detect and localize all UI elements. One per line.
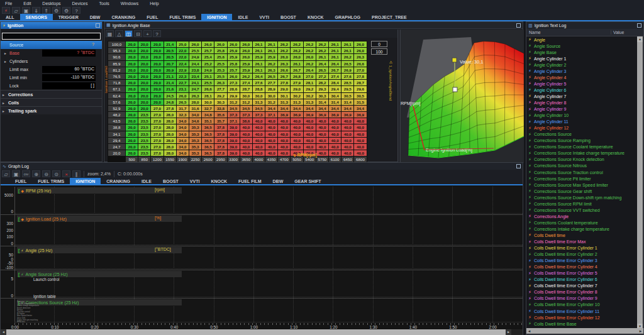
ignition-search-input[interactable] bbox=[2, 33, 101, 40]
table-cell[interactable]: 34,0 bbox=[177, 144, 189, 150]
table-cell[interactable]: 30,0 bbox=[240, 93, 252, 99]
table-cell[interactable]: 40,0 bbox=[304, 124, 316, 130]
table-cell[interactable]: 34,0 bbox=[177, 138, 189, 143]
table-cell[interactable]: 26,0 bbox=[228, 74, 240, 79]
table-cell[interactable]: 20,0 bbox=[126, 138, 138, 143]
table-cell[interactable]: 27,9 bbox=[291, 80, 303, 85]
clear-icon[interactable]: × bbox=[62, 170, 70, 177]
table-cell[interactable]: 40,0 bbox=[341, 118, 353, 124]
table-cell[interactable]: 23,8 bbox=[189, 67, 201, 73]
table-cell[interactable]: 26,3 bbox=[265, 67, 277, 73]
table-cell[interactable]: 24,9 bbox=[189, 54, 201, 60]
table-cell[interactable]: 26,1 bbox=[265, 41, 277, 47]
table-cell[interactable]: 34,4 bbox=[291, 106, 303, 111]
text-log-row[interactable]: ⚡Angle Cylinder 6 bbox=[526, 87, 638, 93]
table-cell[interactable]: 30,3 bbox=[214, 99, 226, 105]
table-cell[interactable]: 38,6 bbox=[240, 118, 252, 124]
table-cell[interactable]: 27,8 bbox=[354, 74, 366, 79]
text-log-row[interactable]: ⚡Angle Base bbox=[526, 49, 638, 55]
graph-log-plot-area[interactable]: [◆RPM (25 Hz)[rpm]50000[◆Ignition Load (… bbox=[1, 187, 523, 323]
table-cell[interactable]: 40,0 bbox=[354, 138, 366, 143]
table-cell[interactable]: 37,8 bbox=[214, 138, 226, 143]
table-cell[interactable]: 30,4 bbox=[329, 93, 341, 99]
table-cell[interactable]: 26,9 bbox=[341, 67, 353, 73]
table-cell[interactable]: 37,3 bbox=[240, 112, 252, 118]
table-cell[interactable]: 26,2 bbox=[341, 54, 353, 60]
graph-tab-vvti[interactable]: VVTI bbox=[184, 178, 206, 184]
table-cell[interactable]: 20,0 bbox=[126, 112, 138, 118]
table-cell[interactable]: 32,7 bbox=[202, 106, 214, 111]
tab-sensors[interactable]: SENSORS bbox=[20, 14, 53, 20]
3d-marker-surface[interactable] bbox=[453, 87, 457, 92]
setting-value[interactable]: -110 °BTDC bbox=[42, 74, 96, 81]
table-cell[interactable]: 25,4 bbox=[202, 54, 214, 60]
table-cell[interactable]: 26,1 bbox=[341, 48, 353, 53]
table-cell[interactable]: 40,0 bbox=[265, 118, 277, 124]
table-cell[interactable]: 40,0 bbox=[341, 138, 353, 143]
setting-row-limit-min[interactable]: Limit min-110 °BTDC bbox=[1, 74, 102, 82]
connect-icon[interactable]: ⚡ bbox=[2, 7, 10, 14]
table-cell[interactable]: 37,8 bbox=[214, 150, 226, 156]
table-cell[interactable]: 34,5 bbox=[253, 106, 265, 111]
text-log-vscrollbar[interactable]: ▴ ▾ bbox=[637, 36, 643, 329]
help-icon[interactable]: ? bbox=[153, 30, 161, 37]
expand-icon[interactable] bbox=[96, 23, 100, 28]
table-cell[interactable]: 26,2 bbox=[316, 48, 328, 53]
table-cell[interactable]: 35,3 bbox=[189, 150, 201, 156]
table-cell[interactable]: 21,4 bbox=[164, 41, 176, 47]
table-cell[interactable]: 40,0 bbox=[316, 131, 328, 137]
table-cell[interactable]: 40,0 bbox=[304, 138, 316, 143]
table-cell[interactable]: 21,4 bbox=[164, 80, 176, 85]
tab-project-tree[interactable]: PROJECT_TREE bbox=[366, 14, 413, 20]
table-cell[interactable]: 26,1 bbox=[329, 41, 341, 47]
table-cell[interactable]: 20,0 bbox=[151, 67, 163, 73]
table-cell[interactable]: 34,4 bbox=[265, 106, 277, 111]
text-log-row[interactable]: ⚡Corrections Source RPM limit bbox=[526, 200, 638, 207]
zoom-in-icon[interactable]: ⊕ bbox=[32, 170, 40, 177]
table-cell[interactable]: 40,0 bbox=[304, 144, 316, 150]
text-log-row[interactable]: ⚡Angle bbox=[526, 36, 638, 43]
table-cell[interactable]: 25,9 bbox=[265, 54, 277, 60]
text-log-row[interactable]: ⚡Coils Dwell time Error Cylinder 10 bbox=[526, 302, 638, 308]
text-log-row[interactable]: ⚡Coils Dwell time Error Cylinder 12 bbox=[526, 314, 638, 321]
table-cell[interactable]: 24,1 bbox=[189, 80, 201, 85]
table-cell[interactable]: 22,3 bbox=[177, 74, 189, 79]
table-cell[interactable]: 40,0 bbox=[265, 131, 277, 137]
text-log-row[interactable]: ⚡Coils Dwell time Error Max bbox=[526, 239, 638, 245]
table-cell[interactable]: 27,4 bbox=[240, 80, 252, 85]
send-to-device-icon[interactable]: ⇓ bbox=[32, 7, 40, 14]
tab-idle[interactable]: IDLE bbox=[232, 14, 253, 20]
table-cell[interactable]: 27,0 bbox=[151, 138, 163, 143]
graph-tab-ignition[interactable]: IGNITION bbox=[70, 178, 101, 184]
table-cell[interactable]: 40,0 bbox=[265, 138, 277, 143]
table-cell[interactable]: 25,9 bbox=[240, 61, 252, 67]
table-cell[interactable]: 26,0 bbox=[291, 54, 303, 60]
table-cell[interactable]: 20,0 bbox=[138, 80, 150, 85]
table-cell[interactable]: 26,6 bbox=[202, 86, 214, 92]
table-cell[interactable]: 26,6 bbox=[278, 67, 290, 73]
text-log-row[interactable]: ⚡Corrections Angle bbox=[526, 213, 638, 219]
table-cell[interactable]: 27,0 bbox=[151, 124, 163, 130]
section-trailing-spark[interactable]: ▸Trailing spark bbox=[1, 106, 102, 114]
table-cell[interactable]: 40,0 bbox=[341, 144, 353, 150]
text-log-row[interactable]: ⚡Angle Cylinder 5 bbox=[526, 80, 638, 87]
table-cell[interactable]: 30,5 bbox=[341, 93, 353, 99]
table-cell[interactable]: 26,0 bbox=[240, 54, 252, 60]
table-cell[interactable]: 25,9 bbox=[253, 54, 265, 60]
text-log-row[interactable]: ⚡Coils Dwell time Error Cylinder 1 bbox=[526, 245, 638, 251]
table-view-icon[interactable]: ▦ bbox=[106, 30, 114, 37]
text-log-row[interactable]: ⚡Coils Dwell time Error Cylinder 6 bbox=[526, 277, 638, 283]
menu-devices[interactable]: Devices bbox=[72, 1, 88, 6]
table-cell[interactable]: 20,0 bbox=[138, 54, 150, 60]
table-cell[interactable]: 31,6 bbox=[189, 106, 201, 111]
table-cell[interactable]: 40,0 bbox=[253, 118, 265, 124]
table-cell[interactable]: 22,7 bbox=[177, 80, 189, 85]
table-cell[interactable]: 40,0 bbox=[329, 138, 341, 143]
table-cell[interactable]: 36,9 bbox=[341, 112, 353, 118]
table-cell[interactable]: 40,0 bbox=[316, 144, 328, 150]
save-log-icon[interactable]: ▣ bbox=[12, 170, 20, 177]
table-cell[interactable]: 20,0 bbox=[138, 86, 150, 92]
table-cell[interactable]: 26,0 bbox=[240, 41, 252, 47]
ignition-table[interactable]: 100,020,020,020,021,425,026,026,026,026,… bbox=[108, 41, 367, 163]
table-cell[interactable]: 26,5 bbox=[265, 74, 277, 79]
